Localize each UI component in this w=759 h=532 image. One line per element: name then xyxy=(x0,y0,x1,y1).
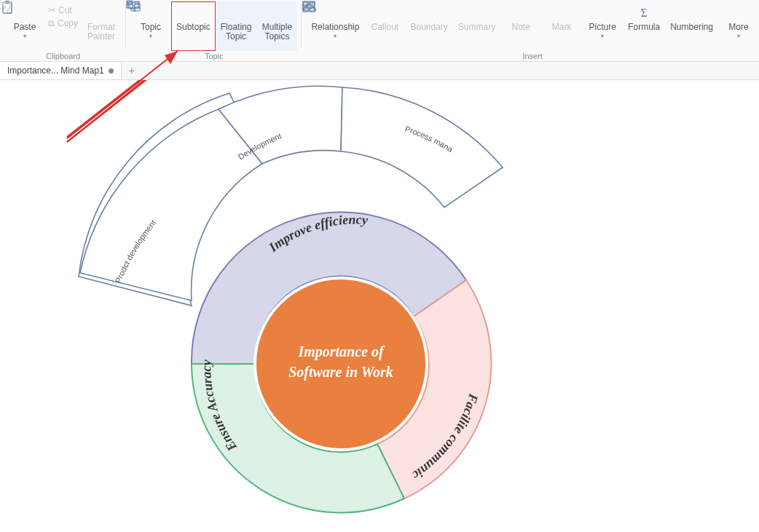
group-label-topic: Topic xyxy=(130,51,297,61)
center-line1: Importance of xyxy=(297,344,385,360)
unsaved-dot-icon xyxy=(109,68,114,74)
group-label-insert: Insert xyxy=(306,51,758,61)
mindmap-canvas[interactable]: Importance of Software in Work Improve e… xyxy=(0,80,759,532)
callout-button[interactable]: Callout xyxy=(364,1,405,51)
tab-label: Importance... Mind Map1 xyxy=(7,65,104,76)
mark-label: Mark xyxy=(552,23,572,32)
multiple-topics-button[interactable]: Multiple Topics xyxy=(256,1,297,51)
boundary-button[interactable]: Boundary xyxy=(405,1,452,51)
mark-button[interactable]: Mark xyxy=(541,1,582,51)
formula-label: Formula xyxy=(628,23,660,32)
chevron-down-icon: ▾ xyxy=(23,31,26,41)
floating-topic-label: Floating Topic xyxy=(221,23,252,41)
subtopic-button[interactable]: Subtopic xyxy=(171,1,216,51)
cut-button[interactable]: ✂ Cut xyxy=(45,4,81,16)
svg-rect-23 xyxy=(303,7,308,12)
formula-button[interactable]: Σ Formula xyxy=(623,1,665,51)
multiple-topics-label: Multiple Topics xyxy=(262,23,292,41)
chevron-down-icon: ▾ xyxy=(737,31,740,41)
subtopic-label: Subtopic xyxy=(176,23,211,32)
numbering-label: Numbering xyxy=(670,23,713,32)
scissors-icon: ✂ xyxy=(48,5,55,15)
svg-rect-10 xyxy=(131,8,135,11)
group-label-clipboard: Clipboard xyxy=(4,51,122,61)
ribbon: Paste ▾ ✂ Cut ⧉ Copy Format Painter xyxy=(0,0,759,62)
formula-icon: Σ xyxy=(641,5,648,21)
tab-active[interactable]: Importance... Mind Map1 xyxy=(0,62,122,79)
outer-wedge-3 xyxy=(341,87,503,207)
chevron-down-icon: ▾ xyxy=(334,31,337,41)
numbering-button[interactable]: 12 Numbering xyxy=(665,1,718,51)
group-insert: Relationship ▾ Callout Boundary Summary … xyxy=(302,0,759,61)
chevron-down-icon: ▾ xyxy=(149,31,152,41)
svg-rect-22 xyxy=(310,1,315,6)
format-painter-label: Format Painter xyxy=(87,23,115,41)
chevron-down-icon: ▾ xyxy=(601,31,604,41)
center-line2: Software in Work xyxy=(288,364,393,381)
mindmap-svg: Importance of Software in Work Improve e… xyxy=(0,80,759,532)
copy-icon: ⧉ xyxy=(48,18,55,28)
copy-button[interactable]: ⧉ Copy xyxy=(45,17,81,29)
more-button[interactable]: More ▾ xyxy=(718,1,759,51)
svg-rect-21 xyxy=(303,1,308,6)
svg-rect-24 xyxy=(310,7,315,12)
note-label: Note xyxy=(512,23,530,32)
callout-label: Callout xyxy=(371,23,398,32)
group-clipboard: Paste ▾ ✂ Cut ⧉ Copy Format Painter xyxy=(0,0,126,61)
document-tabs: Importance... Mind Map1 + xyxy=(0,62,759,80)
boundary-label: Boundary xyxy=(410,23,447,32)
note-button[interactable]: Note xyxy=(500,1,541,51)
summary-label: Summary xyxy=(458,23,495,32)
floating-topic-button[interactable]: Floating Topic xyxy=(216,1,257,51)
cut-label: Cut xyxy=(58,5,72,15)
group-topic: Topic ▾ Subtopic Floating Topic Multipl xyxy=(126,0,302,61)
copy-label: Copy xyxy=(58,18,78,28)
summary-button[interactable]: Summary xyxy=(453,1,500,51)
picture-button[interactable]: Picture ▾ xyxy=(582,1,623,51)
svg-rect-9 xyxy=(135,1,139,4)
format-painter-button[interactable]: Format Painter xyxy=(81,1,122,51)
new-tab-button[interactable]: + xyxy=(122,65,142,76)
svg-rect-8 xyxy=(127,1,132,4)
